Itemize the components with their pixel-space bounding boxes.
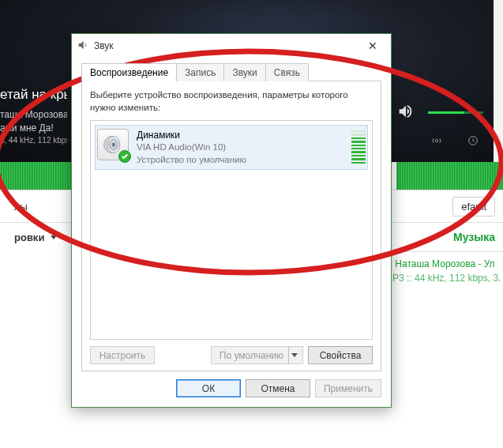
track-subtitle: ажи мне Да! [0,122,54,134]
playlist-header[interactable]: Музыка [453,231,495,243]
device-name: Динамики [137,129,343,141]
device-list[interactable]: Динамики VIA HD Audio(Win 10) Устройство… [90,120,373,340]
panel-button-row: Настроить По умолчанию Свойства [90,346,373,364]
device-driver: VIA HD Audio(Win 10) [137,141,343,154]
device-status: Устройство по умолчанию [137,154,343,167]
cancel-button[interactable]: Отмена [246,379,310,397]
playlist-format-line: MP3 :: 44 kHz, 112 kbps, 3. [385,271,498,285]
device-item-speakers[interactable]: Динамики VIA HD Audio(Win 10) Устройство… [96,126,367,169]
svg-point-0 [435,139,437,141]
left-partial-button[interactable]: лы [8,198,34,216]
default-preset-button[interactable]: efault [452,197,495,216]
waveform-right-fragment [396,162,503,190]
clock-icon[interactable] [467,134,479,149]
settings-dropdown[interactable]: ровки [8,228,63,247]
volume-slider[interactable] [428,111,483,114]
volume-control-group [396,103,483,122]
tab-communication[interactable]: Связь [265,63,309,81]
player-right-edge [494,0,503,162]
dialog-body: Воспроизведение Запись Звуки Связь Выбер… [72,58,391,371]
playlist-track-line[interactable]: 1. Наташа Морозова - Ул [385,257,498,271]
playlist-body: 1. Наташа Морозова - Ул MP3 :: 44 kHz, 1… [385,251,503,285]
tab-playback[interactable]: Воспроизведение [81,63,177,81]
set-default-button: По умолчанию [211,346,303,364]
panel-instruction: Выберите устройство воспроизведения, пар… [90,89,373,114]
set-default-label: По умолчанию [220,350,283,361]
artist-name: таша Морозова [0,109,67,120]
track-title: етай на крыл [0,87,67,103]
tab-record[interactable]: Запись [176,63,224,81]
default-preset-label: efault [461,201,486,213]
dialog-title: Звук [94,40,114,51]
close-button[interactable]: ✕ [359,37,386,55]
player-sub-controls [430,134,479,149]
set-default-dropdown-icon [288,347,299,363]
svg-point-5 [112,142,115,146]
broadcast-icon[interactable] [430,134,443,149]
apply-button: Применить [315,379,381,397]
left-partial-label: лы [14,201,28,213]
playback-panel: Выберите устройство воспроизведения, пар… [81,81,381,371]
ok-button[interactable]: ОК [176,379,241,397]
format-info: 3, 44 kHz, 112 kbps, Stere [0,136,67,145]
configure-button: Настроить [90,346,155,364]
chevron-down-icon [51,235,57,239]
speaker-device-icon [97,129,129,160]
default-check-icon [118,150,131,163]
device-level-meter [351,129,366,164]
volume-icon[interactable] [396,103,414,122]
settings-dropdown-label: ровки [14,232,44,243]
tab-sounds[interactable]: Звуки [223,63,265,81]
sound-dialog-window: Звук ✕ Воспроизведение Запись Звуки Связ… [71,33,392,408]
dialog-footer: ОК Отмена Применить [72,371,391,407]
device-text: Динамики VIA HD Audio(Win 10) Устройство… [137,129,343,166]
waveform-left-fragment [0,162,71,190]
dialog-titlebar[interactable]: Звук ✕ [72,34,391,58]
close-icon: ✕ [368,40,377,52]
properties-button[interactable]: Свойства [308,346,373,364]
sound-app-icon [77,39,89,54]
tab-strip: Воспроизведение Запись Звуки Связь [81,63,381,81]
